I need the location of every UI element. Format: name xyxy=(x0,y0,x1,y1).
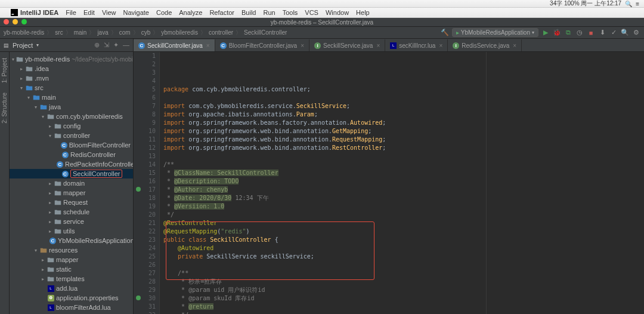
close-icon[interactable]: × xyxy=(439,42,442,49)
git-commit-icon[interactable]: ✓ xyxy=(609,29,618,37)
coverage-icon[interactable]: ⧉ xyxy=(564,29,572,37)
code-line-18[interactable]: @RequestMapping("redis") xyxy=(163,227,644,236)
run-icon[interactable]: ▶ xyxy=(541,29,550,37)
code-line-5[interactable]: import org.springframework.beans.factory… xyxy=(163,119,644,127)
crumb-item[interactable]: com xyxy=(119,29,131,36)
menu-file[interactable]: File xyxy=(66,9,76,16)
menu-edit[interactable]: Edit xyxy=(83,9,95,16)
crumb-item[interactable]: yb-mobile-redis xyxy=(4,29,44,36)
code-line-6[interactable]: import org.springframework.web.bind.anno… xyxy=(163,127,644,136)
tree-item-templates[interactable]: ▸templates xyxy=(10,274,133,284)
code-line-3[interactable]: import com.cyb.ybmobileredis.service.Sec… xyxy=(163,102,644,110)
code-line-19[interactable]: public class SeckillController { xyxy=(163,236,644,244)
code-line-8[interactable]: import org.springframework.web.bind.anno… xyxy=(163,144,644,152)
tree-item-service[interactable]: ▸service xyxy=(10,217,133,226)
crumb-item[interactable]: controller xyxy=(209,29,233,36)
crumb-item[interactable]: java xyxy=(97,29,108,36)
tree-item-RedPacketInfoController[interactable]: CRedPacketInfoController xyxy=(10,159,133,169)
tab-SeckillController.java[interactable]: CSeckillController.java× xyxy=(134,39,215,51)
code-line-25[interactable]: * @param uid 用户标识符id xyxy=(163,286,644,294)
code-line-1[interactable]: package com.cyb.ybmobileredis.controller… xyxy=(163,85,644,94)
tree-item-.idea[interactable]: ▸.idea xyxy=(10,64,133,73)
build-icon[interactable]: 🔨 xyxy=(441,29,449,37)
tree-item-YbMobileRedisApplication[interactable]: CYbMobileRedisApplication xyxy=(10,236,133,245)
code-line-15[interactable]: * @Versiion: 1.0 xyxy=(163,202,644,211)
close-icon[interactable]: × xyxy=(301,42,304,49)
menu-refactor[interactable]: Refactor xyxy=(209,9,234,16)
code-line-11[interactable]: * @ClassName: SeckillController xyxy=(163,169,644,177)
search-icon[interactable]: 🔍 xyxy=(621,29,629,37)
code-line-24[interactable]: * 秒杀=抢库存 xyxy=(163,278,644,286)
crumb-item[interactable]: SeckillController xyxy=(244,29,287,36)
tree-item-bloomFilterAdd.lua[interactable]: LbloomFilterAdd.lua xyxy=(10,303,133,312)
menu-tools[interactable]: Tools xyxy=(283,9,298,16)
expand-icon[interactable]: ⇲ xyxy=(104,41,109,49)
profiler-icon[interactable]: ◷ xyxy=(575,29,584,37)
tree-item-Request[interactable]: ▸Request xyxy=(10,198,133,207)
menu-vcs[interactable]: VCS xyxy=(305,9,318,16)
code-line-14[interactable]: * @Date: 2020/8/30 12:34 下午 xyxy=(163,194,644,202)
tab-SeckillService.java[interactable]: ISeckillService.java× xyxy=(309,39,385,51)
menu-view[interactable]: View xyxy=(102,9,116,16)
tree-item-config[interactable]: ▸config xyxy=(10,121,133,131)
settings-icon[interactable]: ⚙ xyxy=(632,29,640,37)
tree-item-domain[interactable]: ▸domain xyxy=(10,178,133,188)
menu-build[interactable]: Build xyxy=(242,9,256,16)
breadcrumb[interactable]: yb-mobile-redis〉src〉main〉java〉com〉cyb〉yb… xyxy=(4,29,287,37)
tree-item-main[interactable]: ▾main xyxy=(10,93,133,102)
tree-item-java[interactable]: ▾java xyxy=(10,102,133,112)
code-line-2[interactable] xyxy=(163,94,644,102)
tree-item-application.properties[interactable]: ⚙application.properties xyxy=(10,293,133,303)
git-update-icon[interactable]: ⬇ xyxy=(598,29,606,37)
side-tab-project[interactable]: 1: Project xyxy=(1,54,8,87)
crumb-item[interactable]: ybmobileredis xyxy=(161,29,198,36)
spotlight-icon[interactable]: 🔍 xyxy=(625,1,632,7)
side-tab-structure[interactable]: 2: Structure xyxy=(1,89,8,127)
menu-analyze[interactable]: Analyze xyxy=(179,9,202,16)
close-icon[interactable]: × xyxy=(513,42,516,49)
tab-BloomFilterController.java[interactable]: CBloomFilterController.java× xyxy=(215,39,309,51)
menu-run[interactable]: Run xyxy=(263,9,275,16)
code-line-16[interactable]: */ xyxy=(163,211,644,219)
close-icon[interactable]: × xyxy=(376,42,380,49)
code-line-21[interactable]: private SeckillService seckillService; xyxy=(163,253,644,261)
tree-item-mapper[interactable]: ▸mapper xyxy=(10,255,133,264)
debug-icon[interactable]: 🐞 xyxy=(553,29,561,37)
tree-item-com.cyb.ybmobileredis[interactable]: ▾com.cyb.ybmobileredis xyxy=(10,112,133,121)
stop-icon[interactable]: ■ xyxy=(587,29,595,37)
tree-item-schedule[interactable]: ▸schedule xyxy=(10,207,133,217)
hide-icon[interactable]: — xyxy=(123,41,129,49)
code-line-17[interactable]: @RestController xyxy=(163,219,644,227)
menu-help[interactable]: Help xyxy=(356,9,370,16)
close-icon[interactable]: × xyxy=(206,42,210,49)
crumb-item[interactable]: src xyxy=(55,29,63,36)
code-line-4[interactable]: import org.apache.ibatis.annotations.Par… xyxy=(163,110,644,119)
tree-item-mapper[interactable]: ▸mapper xyxy=(10,188,133,198)
code-line-9[interactable] xyxy=(163,152,644,161)
crumb-item[interactable]: cyb xyxy=(141,29,151,36)
code-line-7[interactable]: import org.springframework.web.bind.anno… xyxy=(163,136,644,144)
menu-icon[interactable]: ≡ xyxy=(636,1,639,7)
code-line-28[interactable]: */ xyxy=(163,311,644,314)
code-line-13[interactable]: * @Author: chenyb xyxy=(163,186,644,194)
code-line-12[interactable]: * @Description: TODO xyxy=(163,177,644,186)
code-line-20[interactable]: @Autowired xyxy=(163,244,644,253)
code-line-22[interactable] xyxy=(163,261,644,269)
tree-item-static[interactable]: ▸static xyxy=(10,264,133,274)
tree-item-.mvn[interactable]: ▸.mvn xyxy=(10,73,133,83)
tab-secKillIncr.lua[interactable]: LsecKillIncr.lua× xyxy=(385,39,448,51)
code-line-27[interactable]: * @return xyxy=(163,303,644,311)
tree-item-utils[interactable]: ▸utils xyxy=(10,226,133,236)
tree-item-RedisController[interactable]: CRedisController xyxy=(10,150,133,159)
editor[interactable]: 1234567891011121314151617181920212223242… xyxy=(134,52,644,314)
code-line-26[interactable]: * @param skuId 库存id xyxy=(163,294,644,303)
run-config-selector[interactable]: ▸ YbMobileRedisApplication ▾ xyxy=(452,28,538,37)
tree-item-yb-mobile-redis[interactable]: ▾yb-mobile-redis ~/IdeaProjects/yb-mobil… xyxy=(10,54,133,64)
tree-item-resources[interactable]: ▾resources xyxy=(10,245,133,255)
code-line-10[interactable]: /** xyxy=(163,161,644,169)
tree-item-BloomFilterController[interactable]: CBloomFilterController xyxy=(10,140,133,150)
tree-item-controller[interactable]: ▾controller xyxy=(10,131,133,140)
tree-item-src[interactable]: ▾src xyxy=(10,83,133,93)
project-tree[interactable]: ▾yb-mobile-redis ~/IdeaProjects/yb-mobil… xyxy=(10,52,134,314)
tree-item-add.lua[interactable]: Ladd.lua xyxy=(10,284,133,293)
